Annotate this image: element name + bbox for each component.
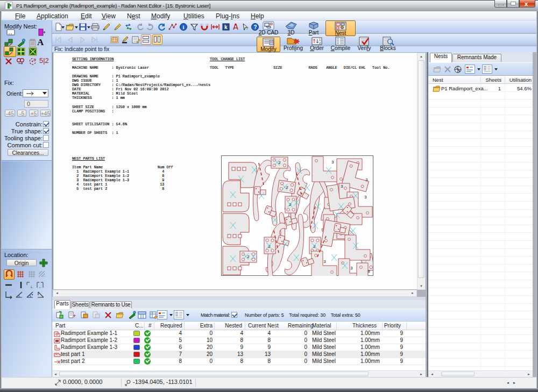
svg-text:k: k — [224, 24, 228, 30]
svg-text:?: ? — [246, 26, 249, 31]
svg-text:3: 3 — [341, 184, 343, 189]
svg-text:3: 3 — [364, 195, 367, 199]
svg-text:3: 3 — [331, 160, 334, 165]
svg-text:i: i — [183, 24, 185, 30]
svg-text:3: 3 — [367, 269, 370, 274]
svg-text:3: 3 — [365, 177, 368, 182]
svg-text:?: ? — [254, 24, 257, 30]
svg-text:3: 3 — [323, 259, 326, 264]
svg-text:3: 3 — [350, 266, 353, 270]
